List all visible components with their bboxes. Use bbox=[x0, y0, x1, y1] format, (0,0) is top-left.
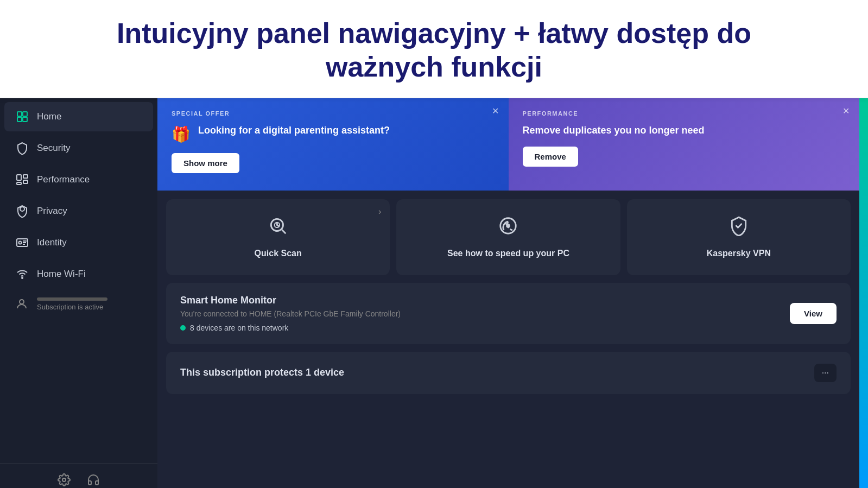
privacy-icon bbox=[15, 204, 29, 218]
support-icon[interactable] bbox=[87, 473, 100, 488]
sidebar-item-home[interactable]: Home bbox=[4, 102, 153, 131]
monitor-title: Smart Home Monitor bbox=[180, 295, 401, 306]
status-dot-icon bbox=[180, 325, 186, 331]
special-offer-text: Looking for a digital parenting assistan… bbox=[198, 124, 390, 137]
subscription-banner-card: This subscription protects 1 device ··· bbox=[166, 352, 851, 394]
svg-point-16 bbox=[62, 478, 66, 481]
performance-promo-label: PERFORMANCE bbox=[523, 110, 846, 117]
top-header: Intuicyjny panel nawigacyjny + łatwy dos… bbox=[0, 0, 868, 98]
security-icon bbox=[15, 141, 29, 155]
svg-rect-0 bbox=[17, 112, 22, 116]
performance-promo-text: Remove duplicates you no longer need bbox=[523, 124, 705, 137]
svg-rect-5 bbox=[23, 175, 28, 178]
gift-icon: 🎁 bbox=[172, 125, 191, 143]
action-card-quick-scan[interactable]: › Quick Scan bbox=[166, 199, 390, 275]
performance-close-button[interactable]: ✕ bbox=[842, 107, 850, 116]
svg-rect-7 bbox=[17, 182, 21, 185]
promo-row: SPECIAL OFFER ✕ 🎁 Looking for a digital … bbox=[157, 98, 859, 191]
sidebar-item-wifi-label: Home Wi-Fi bbox=[37, 269, 86, 280]
monitor-info: Smart Home Monitor You're connected to H… bbox=[180, 295, 401, 332]
sidebar-subscription: Subscription is active bbox=[4, 291, 153, 318]
action-row: › Quick Scan bbox=[157, 191, 859, 275]
identity-icon bbox=[15, 236, 29, 250]
smart-home-monitor-card: Smart Home Monitor You're connected to H… bbox=[166, 283, 851, 344]
svg-point-8 bbox=[20, 207, 24, 211]
vpn-label: Kaspersky VPN bbox=[707, 248, 771, 259]
remove-button[interactable]: Remove bbox=[523, 147, 578, 167]
view-button[interactable]: View bbox=[790, 303, 837, 324]
action-card-speed-up[interactable]: See how to speed up your PC bbox=[396, 199, 620, 275]
svg-rect-2 bbox=[17, 117, 22, 122]
svg-rect-3 bbox=[23, 117, 27, 122]
svg-rect-6 bbox=[23, 180, 28, 183]
special-offer-close-button[interactable]: ✕ bbox=[492, 107, 499, 116]
sidebar-item-home-label: Home bbox=[37, 111, 61, 122]
svg-point-15 bbox=[20, 300, 24, 304]
svg-rect-1 bbox=[23, 112, 27, 116]
vpn-icon bbox=[728, 216, 749, 240]
special-offer-label: SPECIAL OFFER bbox=[172, 110, 495, 117]
monitor-subtitle: You're connected to HOME (Realtek PCIe G… bbox=[180, 309, 401, 318]
promo-card-performance: PERFORMANCE ✕ Remove duplicates you no l… bbox=[509, 98, 860, 191]
subscription-banner-title: This subscription protects 1 device bbox=[180, 367, 344, 378]
speed-up-label: See how to speed up your PC bbox=[447, 248, 569, 259]
performance-promo-content: Remove duplicates you no longer need bbox=[523, 124, 846, 137]
monitor-status-text: 8 devices are on this network bbox=[190, 324, 288, 332]
speedometer-icon bbox=[498, 216, 518, 240]
more-options-button[interactable]: ··· bbox=[814, 364, 837, 382]
sidebar-item-performance-label: Performance bbox=[37, 174, 90, 185]
sidebar-item-performance[interactable]: Performance bbox=[4, 165, 153, 194]
svg-rect-4 bbox=[17, 175, 21, 180]
app-container: Home Security Performance bbox=[0, 98, 868, 488]
sidebar-bottom bbox=[0, 463, 157, 488]
subscription-progress-bar bbox=[37, 297, 107, 301]
sidebar-item-security[interactable]: Security bbox=[4, 134, 153, 163]
user-icon bbox=[15, 297, 29, 312]
sidebar: Home Security Performance bbox=[0, 98, 157, 488]
sidebar-item-identity[interactable]: Identity bbox=[4, 228, 153, 257]
sidebar-item-privacy-label: Privacy bbox=[37, 206, 67, 217]
special-offer-content: 🎁 Looking for a digital parenting assist… bbox=[172, 124, 495, 143]
sidebar-item-identity-label: Identity bbox=[37, 237, 67, 248]
chevron-right-icon: › bbox=[378, 207, 381, 217]
svg-point-14 bbox=[22, 277, 23, 278]
scan-icon bbox=[268, 216, 288, 240]
svg-point-10 bbox=[19, 241, 22, 244]
sidebar-item-security-label: Security bbox=[37, 143, 70, 154]
page-title: Intuicyjny panel nawigacyjny + łatwy dos… bbox=[11, 16, 857, 84]
sidebar-item-privacy[interactable]: Privacy bbox=[4, 197, 153, 226]
promo-card-special-offer: SPECIAL OFFER ✕ 🎁 Looking for a digital … bbox=[157, 98, 509, 191]
wifi-icon bbox=[15, 267, 29, 281]
main-content: SPECIAL OFFER ✕ 🎁 Looking for a digital … bbox=[157, 98, 859, 488]
show-more-button[interactable]: Show more bbox=[172, 153, 239, 173]
subscription-info: Subscription is active bbox=[37, 297, 107, 311]
quick-scan-label: Quick Scan bbox=[255, 248, 302, 259]
action-card-vpn[interactable]: Kaspersky VPN bbox=[627, 199, 851, 275]
performance-icon bbox=[15, 173, 29, 187]
settings-icon[interactable] bbox=[58, 473, 71, 488]
monitor-status: 8 devices are on this network bbox=[180, 324, 401, 332]
subscription-text: Subscription is active bbox=[37, 303, 107, 311]
home-icon bbox=[15, 110, 29, 124]
right-accent-bar bbox=[859, 98, 868, 488]
sidebar-item-home-wifi[interactable]: Home Wi-Fi bbox=[4, 259, 153, 289]
